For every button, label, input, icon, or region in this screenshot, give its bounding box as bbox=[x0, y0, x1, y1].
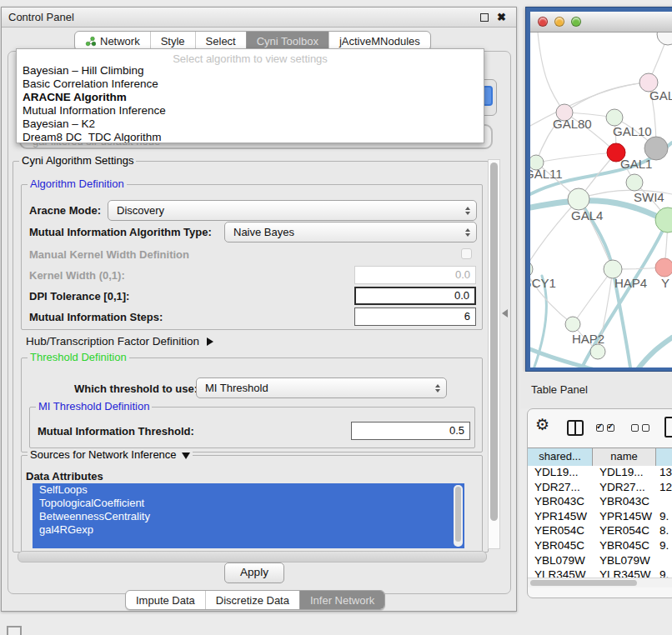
mi-type-combo[interactable]: Naive Bayes bbox=[224, 222, 477, 242]
table-cell[interactable]: YBR045C bbox=[593, 539, 656, 554]
mode-tab-infer-network[interactable]: Infer Network bbox=[299, 591, 384, 609]
table-cell[interactable]: 9. bbox=[656, 510, 672, 525]
settings-scrollbar-thumb[interactable] bbox=[490, 162, 498, 521]
table-cell[interactable]: YDR27... bbox=[528, 481, 593, 496]
settings-horizontal-scrollbar[interactable] bbox=[18, 551, 487, 562]
table-cell[interactable]: YDR27... bbox=[593, 481, 656, 496]
table-row[interactable]: YPR145WYPR145W9. bbox=[528, 510, 672, 525]
collapse-down-icon[interactable] bbox=[182, 452, 190, 459]
hub-definition-expander[interactable]: Hub/Transcription Factor Definition bbox=[26, 335, 213, 348]
collapsed-panel-button[interactable] bbox=[7, 626, 22, 635]
tab-jactivemnodules[interactable]: jActiveMNodules bbox=[328, 32, 430, 50]
attribute-item[interactable]: SelfLoops bbox=[33, 483, 464, 497]
network-edge[interactable] bbox=[638, 338, 672, 368]
table-column-header[interactable]: name bbox=[593, 448, 656, 466]
network-edge[interactable] bbox=[564, 82, 649, 112]
table-cell[interactable] bbox=[656, 495, 672, 510]
table-row[interactable]: YBL079WYBL079W bbox=[528, 554, 672, 569]
zoom-traffic-light-icon[interactable] bbox=[571, 17, 581, 27]
dropdown-item[interactable]: Dream8 DC_TDC Algorithm bbox=[17, 131, 484, 143]
table-scrollbar-thumb[interactable] bbox=[530, 580, 637, 586]
manual-kernel-checkbox[interactable] bbox=[461, 248, 472, 259]
table-cell[interactable]: YDL19... bbox=[528, 466, 593, 481]
table-cell[interactable]: YPR145W bbox=[593, 510, 656, 525]
mode-tab-discretize-data[interactable]: Discretize Data bbox=[205, 591, 299, 609]
tab-style[interactable]: Style bbox=[150, 32, 195, 50]
float-window-icon[interactable] bbox=[480, 13, 489, 22]
dropdown-item[interactable]: Bayesian – K2 bbox=[17, 118, 484, 131]
dropdown-item[interactable]: Mutual Information Inference bbox=[17, 104, 484, 118]
apply-button[interactable]: Apply bbox=[224, 562, 284, 583]
data-attributes-list[interactable]: SelfLoopsTopologicalCoefficientBetweenne… bbox=[33, 483, 464, 548]
list-scrollbar[interactable] bbox=[454, 485, 463, 547]
network-edge[interactable] bbox=[530, 349, 592, 368]
attribute-item[interactable]: gal4RGexp bbox=[33, 523, 464, 537]
column-browser-icon[interactable] bbox=[567, 420, 584, 436]
kernel-width-field[interactable]: 0.0 bbox=[354, 266, 476, 284]
table-cell[interactable]: YBR043C bbox=[593, 495, 656, 510]
list-scrollbar-thumb[interactable] bbox=[455, 487, 461, 542]
attribute-item[interactable]: BetweennessCentrality bbox=[33, 510, 464, 523]
dropdown-item[interactable]: ARACNE Algorithm bbox=[17, 91, 484, 104]
network-edge[interactable] bbox=[536, 152, 616, 162]
table-row[interactable]: YDR27...YDR27...12 bbox=[528, 481, 672, 496]
document-icon[interactable] bbox=[664, 417, 672, 438]
table-cell[interactable]: 8. bbox=[656, 524, 672, 539]
settings-vertical-scrollbar[interactable] bbox=[488, 159, 500, 549]
network-node-y[interactable] bbox=[655, 258, 672, 277]
table-cell[interactable]: YBR045C bbox=[528, 539, 593, 554]
control-panel-titlebar[interactable]: Control Panel ✖ bbox=[2, 8, 516, 28]
tab-cyni-toolbox[interactable]: Cyni Toolbox bbox=[246, 32, 328, 50]
mi-threshold-field[interactable]: 0.5 bbox=[351, 422, 470, 440]
table-cell[interactable]: 9. bbox=[656, 539, 672, 554]
expand-right-icon[interactable] bbox=[207, 338, 213, 346]
dropdown-item[interactable]: Bayesian – Hill Climbing bbox=[17, 64, 484, 78]
network-node[interactable] bbox=[644, 137, 668, 160]
show-checked-columns-icon[interactable] bbox=[596, 424, 614, 432]
table-cell[interactable]: YBL079W bbox=[528, 554, 593, 569]
network-node[interactable] bbox=[657, 32, 672, 45]
table-row[interactable]: YBR045CYBR045C9. bbox=[528, 539, 672, 554]
mode-tab-impute-data[interactable]: Impute Data bbox=[126, 591, 205, 609]
close-icon[interactable]: ✖ bbox=[497, 10, 506, 24]
gear-icon[interactable]: ⚙ bbox=[535, 415, 549, 433]
mi-steps-field[interactable]: 6 bbox=[354, 308, 476, 326]
network-node[interactable] bbox=[655, 208, 672, 232]
network-graph[interactable]: GALGAL80GAL10GAL1GAL11SWI4GAL4GCY1HAP4YH… bbox=[530, 32, 672, 368]
network-node-gal4[interactable] bbox=[568, 188, 589, 210]
dpi-tolerance-field[interactable]: 0.0 bbox=[354, 287, 476, 305]
network-edge[interactable] bbox=[538, 32, 564, 112]
tab-select[interactable]: Select bbox=[195, 32, 246, 50]
which-threshold-combo[interactable]: MI Threshold bbox=[196, 378, 447, 398]
network-node-hap2[interactable] bbox=[565, 317, 580, 332]
table-cell[interactable]: 13 bbox=[656, 466, 672, 481]
network-canvas[interactable]: GALGAL80GAL10GAL1GAL11SWI4GAL4GCY1HAP4YH… bbox=[530, 32, 672, 368]
network-node-gal10[interactable] bbox=[606, 109, 623, 126]
close-traffic-light-icon[interactable] bbox=[538, 17, 548, 27]
tab-network[interactable]: Network bbox=[75, 32, 150, 50]
minimize-traffic-light-icon[interactable] bbox=[554, 17, 564, 27]
table-row[interactable]: YER054CYER054C8. bbox=[528, 524, 672, 539]
table-horizontal-scrollbar[interactable] bbox=[528, 578, 672, 588]
table-cell[interactable] bbox=[656, 554, 672, 569]
network-edge[interactable] bbox=[573, 269, 613, 324]
network-node-swi4[interactable] bbox=[626, 174, 643, 191]
table-column-header[interactable]: shared... bbox=[528, 448, 593, 466]
table-cell[interactable]: YDL19... bbox=[593, 466, 656, 481]
attribute-item[interactable]: TopologicalCoefficient bbox=[33, 497, 464, 510]
network-node[interactable] bbox=[590, 344, 605, 359]
split-pane-collapse-icon[interactable] bbox=[502, 309, 508, 318]
sources-title[interactable]: Sources for Network Inference bbox=[28, 449, 193, 461]
table-cell[interactable]: YER054C bbox=[593, 524, 656, 539]
table-row[interactable]: YBR043CYBR043C bbox=[528, 495, 672, 510]
table-cell[interactable]: YPR145W bbox=[528, 510, 593, 525]
network-node-gcy1[interactable] bbox=[530, 261, 533, 278]
hide-columns-icon[interactable] bbox=[631, 424, 649, 432]
aracne-mode-combo[interactable]: Discovery bbox=[108, 200, 477, 221]
table-cell[interactable]: YER054C bbox=[528, 524, 593, 539]
table-cell[interactable]: 12 bbox=[656, 481, 672, 496]
dropdown-item[interactable]: Basic Correlation Inference bbox=[17, 78, 484, 91]
table-column-header[interactable] bbox=[656, 448, 672, 466]
table-cell[interactable]: YBL079W bbox=[593, 554, 656, 569]
table-row[interactable]: YDL19...YDL19...13 bbox=[528, 466, 672, 481]
